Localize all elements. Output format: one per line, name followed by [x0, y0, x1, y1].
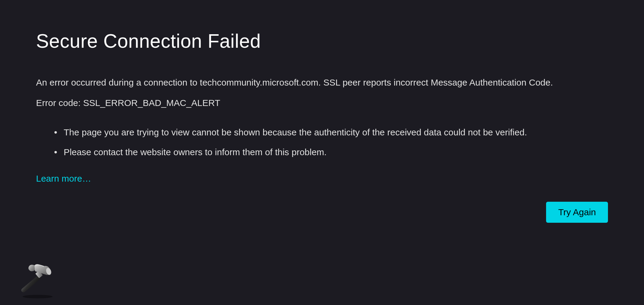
- svg-rect-1: [20, 275, 41, 293]
- hammer-icon: [18, 260, 57, 299]
- try-again-button[interactable]: Try Again: [546, 202, 608, 223]
- list-item: The page you are trying to view cannot b…: [54, 126, 608, 139]
- error-details-list: The page you are trying to view cannot b…: [36, 126, 608, 159]
- error-code: Error code: SSL_ERROR_BAD_MAC_ALERT: [36, 98, 608, 108]
- learn-more-link[interactable]: Learn more…: [36, 174, 91, 183]
- error-description: An error occurred during a connection to…: [36, 76, 608, 89]
- svg-point-0: [23, 295, 53, 298]
- page-title: Secure Connection Failed: [36, 30, 608, 52]
- button-row: Try Again: [0, 202, 644, 223]
- list-item: Please contact the website owners to inf…: [54, 146, 608, 159]
- error-page-container: Secure Connection Failed An error occurr…: [0, 0, 644, 184]
